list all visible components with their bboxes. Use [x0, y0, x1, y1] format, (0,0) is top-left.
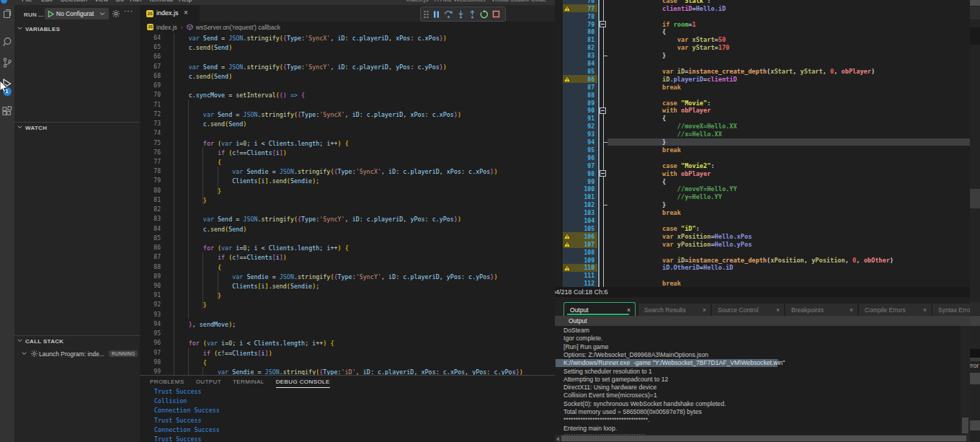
- pause-icon[interactable]: [432, 10, 440, 19]
- code-line: {: [618, 28, 666, 36]
- gear-icon[interactable]: [112, 9, 120, 18]
- menu-view[interactable]: View: [94, 0, 108, 3]
- line-number: 69: [140, 82, 161, 89]
- scrollbar-thumb[interactable]: [561, 436, 966, 441]
- output-tab-source-control[interactable]: Source Control×: [712, 304, 784, 316]
- code-line: c.send(Send): [174, 72, 233, 81]
- menu-terminal[interactable]: Terminal: [148, 0, 173, 3]
- fragment-block: [970, 316, 980, 326]
- section-call-stack[interactable]: CALL STACK: [14, 336, 140, 349]
- fragment-tab-label: rror: [970, 362, 979, 369]
- close-tab-icon[interactable]: ×: [184, 9, 188, 17]
- section-watch[interactable]: WATCH: [14, 123, 140, 136]
- step-out-icon[interactable]: [468, 10, 476, 19]
- debug-config-dropdown[interactable]: No Configurat: [45, 8, 109, 19]
- tab-index-js[interactable]: JS index.js ×: [140, 5, 200, 22]
- line-number: 83: [140, 216, 161, 222]
- drag-grip-icon[interactable]: [424, 10, 429, 19]
- close-tab-icon[interactable]: ×: [627, 306, 631, 314]
- line-number: 65: [140, 44, 161, 50]
- menu-go[interactable]: Go: [115, 0, 124, 3]
- fold-collapse-icon[interactable]: [600, 21, 606, 27]
- code-line: clientiD=Hello.iD: [618, 5, 726, 13]
- output-sub-tab[interactable]: Output: [555, 316, 970, 326]
- menu-run[interactable]: Run: [130, 0, 142, 3]
- code-line: c.send(Send): [174, 225, 247, 234]
- menu-file[interactable]: File: [22, 0, 32, 3]
- output-horizontal-scrollbar[interactable]: [555, 435, 970, 442]
- explorer-icon[interactable]: [1, 8, 13, 19]
- gear-icon: [30, 350, 38, 358]
- code-line: iD.OtheriD=Hello.iD: [618, 264, 733, 272]
- output-line: Total memory used = 5865080(0x00597e78) …: [564, 408, 702, 415]
- output-vertical-scrollbar[interactable]: [961, 326, 970, 435]
- output-tab-search-results[interactable]: Search Results×: [638, 304, 710, 316]
- scrollbar-thumb[interactable]: [962, 417, 968, 433]
- line-number: 75: [140, 140, 161, 146]
- close-tab-icon[interactable]: ×: [850, 306, 853, 314]
- close-tab-icon[interactable]: ×: [776, 306, 780, 314]
- line-number: 79: [563, 22, 594, 28]
- breadcrumb-symbol[interactable]: wsServer.on('request') callback: [196, 24, 280, 31]
- activity-bar: 1: [0, 5, 14, 442]
- scroll-left-arrow-icon[interactable]: [556, 437, 559, 441]
- step-into-icon[interactable]: [457, 10, 465, 19]
- menu-help[interactable]: Help: [179, 0, 192, 3]
- line-number: 72: [140, 111, 161, 118]
- panel-tab-terminal[interactable]: TERMINAL: [233, 379, 264, 388]
- fold-end-tick: [603, 205, 607, 205]
- stop-icon[interactable]: [492, 10, 500, 18]
- call-stack-session[interactable]: Launch Program: inde... RUNNING: [14, 349, 140, 359]
- output-log[interactable]: DoSteamIgor complete.[Run] Run gameOptio…: [555, 326, 970, 435]
- search-icon[interactable]: [1, 36, 13, 48]
- output-line: DoSteam: [564, 327, 589, 334]
- gml-code-editor[interactable]: case "Stalk": clientiD=Hello.iD if room=…: [555, 0, 980, 287]
- code-line: //moveY=Hello.YY: [618, 185, 737, 193]
- line-number: 111: [563, 273, 594, 279]
- code-line: for (var i=0; i < Clients.length; i++) {: [174, 339, 334, 348]
- output-tab-output[interactable]: Output×: [564, 302, 636, 316]
- code-line: }: [618, 138, 666, 146]
- code-line: }, sendMove);: [174, 320, 236, 330]
- panel-tab-debug-console[interactable]: DEBUG CONSOLE: [276, 379, 330, 388]
- extensions-icon[interactable]: [1, 105, 13, 117]
- fold-end-tick: [603, 56, 607, 56]
- start-debug-icon[interactable]: [48, 11, 54, 17]
- output-tab-breakpoints[interactable]: Breakpoints×: [785, 304, 858, 316]
- fragment-block: [970, 0, 980, 6]
- source-control-icon[interactable]: [1, 57, 13, 68]
- code-line: }: [618, 201, 666, 209]
- code-line: case "Movie2":: [618, 162, 715, 170]
- restart-icon[interactable]: [480, 10, 489, 19]
- line-number: 82: [563, 45, 594, 51]
- chevron-down-icon: [99, 12, 105, 16]
- gamemaker-window: case "Stalk": clientiD=Hello.iD if room=…: [555, 0, 980, 442]
- panel-tab-problems[interactable]: PROBLEMS: [150, 379, 184, 388]
- code-line: var Sendie = JSON.stringify({Type:'SyncX…: [174, 167, 498, 177]
- line-number: 80: [140, 187, 161, 194]
- line-number: 78: [563, 14, 594, 20]
- code-line: {: [174, 263, 222, 273]
- line-number: 88: [563, 92, 594, 99]
- line-number: 87: [140, 254, 161, 260]
- section-label: CALL STACK: [25, 338, 63, 345]
- panel-tab-output[interactable]: OUTPUT: [196, 379, 221, 388]
- menu-selection[interactable]: Selection: [61, 0, 87, 3]
- output-tab-compile-errors[interactable]: Compile Errors×: [859, 304, 931, 316]
- close-tab-icon[interactable]: ×: [923, 306, 927, 314]
- more-actions-icon[interactable]: ···: [124, 7, 133, 15]
- editor-scrollbar-thumb[interactable]: [970, 189, 980, 208]
- line-number: 104: [563, 218, 594, 224]
- code-line: if (c!==Clients[i]): [174, 349, 272, 358]
- menu-edit[interactable]: Edit: [41, 0, 53, 3]
- step-over-icon[interactable]: [444, 10, 453, 19]
- section-variables[interactable]: VARIABLES: [14, 24, 140, 37]
- gml-status-bar: 94/218 Col:18 Ch:6: [555, 287, 980, 297]
- fold-collapse-icon[interactable]: [600, 170, 606, 177]
- code-line: if room=1: [618, 21, 696, 29]
- breadcrumb-file[interactable]: index.js: [156, 24, 177, 31]
- close-tab-icon[interactable]: ×: [703, 306, 706, 314]
- fragment-block: [970, 420, 980, 430]
- fold-collapse-icon[interactable]: [600, 107, 606, 114]
- code-editor[interactable]: 64 var Send = JSON.stringify({Type:'Sync…: [140, 32, 555, 375]
